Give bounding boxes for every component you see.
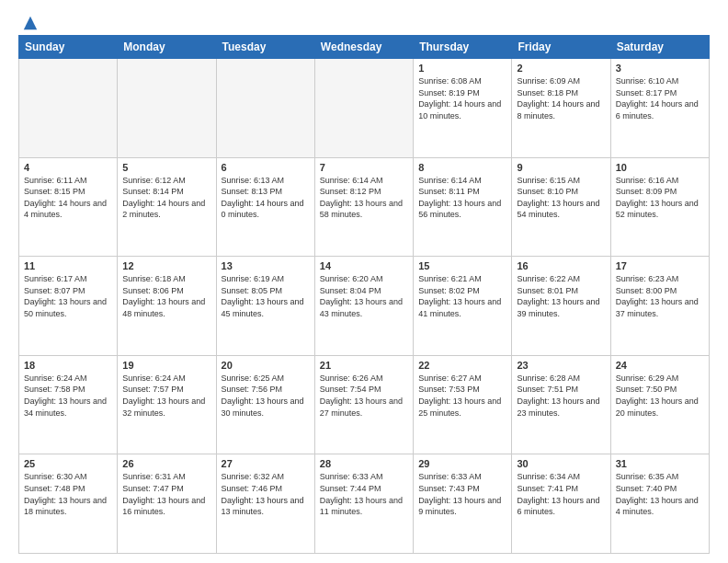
day-number: 27: [222, 458, 310, 469]
day-number: 28: [320, 458, 408, 469]
day-info: Sunrise: 6:27 AMSunset: 7:53 PMDaylight:…: [418, 373, 506, 419]
day-info: Sunrise: 6:31 AMSunset: 7:47 PMDaylight:…: [122, 471, 210, 517]
day-info: Sunrise: 6:11 AMSunset: 8:15 PMDaylight:…: [24, 175, 112, 221]
day-info: Sunrise: 6:24 AMSunset: 7:57 PMDaylight:…: [122, 373, 210, 419]
day-number: 18: [24, 360, 112, 371]
calendar-day-cell: 12Sunrise: 6:18 AMSunset: 8:06 PMDayligh…: [118, 257, 216, 356]
day-number: 21: [320, 360, 408, 371]
day-info: Sunrise: 6:23 AMSunset: 8:00 PMDaylight:…: [616, 273, 704, 319]
calendar-day-cell: 20Sunrise: 6:25 AMSunset: 7:56 PMDayligh…: [216, 355, 314, 454]
day-info: Sunrise: 6:18 AMSunset: 8:06 PMDaylight:…: [122, 273, 210, 319]
day-info: Sunrise: 6:21 AMSunset: 8:02 PMDaylight:…: [418, 273, 506, 319]
day-info: Sunrise: 6:19 AMSunset: 8:05 PMDaylight:…: [222, 273, 310, 319]
calendar-day-cell: 7Sunrise: 6:14 AMSunset: 8:12 PMDaylight…: [314, 157, 413, 257]
day-info: Sunrise: 6:15 AMSunset: 8:10 PMDaylight:…: [517, 175, 605, 221]
calendar-day-cell: 19Sunrise: 6:24 AMSunset: 7:57 PMDayligh…: [118, 355, 216, 454]
calendar-day-cell: [314, 59, 413, 158]
day-number: 24: [616, 360, 704, 371]
calendar-day-cell: 26Sunrise: 6:31 AMSunset: 7:47 PMDayligh…: [118, 454, 216, 554]
calendar-day-cell: 31Sunrise: 6:35 AMSunset: 7:40 PMDayligh…: [610, 454, 709, 554]
calendar-week-row: 4Sunrise: 6:11 AMSunset: 8:15 PMDaylight…: [19, 157, 710, 257]
day-number: 6: [222, 162, 310, 173]
calendar-day-cell: 4Sunrise: 6:11 AMSunset: 8:15 PMDaylight…: [19, 157, 118, 257]
day-number: 31: [616, 458, 704, 469]
day-number: 10: [616, 162, 704, 173]
calendar-day-cell: 5Sunrise: 6:12 AMSunset: 8:14 PMDaylight…: [118, 157, 216, 257]
calendar-body: 1Sunrise: 6:08 AMSunset: 8:19 PMDaylight…: [19, 59, 710, 554]
day-number: 19: [122, 360, 210, 371]
logo-icon: [22, 15, 39, 31]
calendar-day-cell: 29Sunrise: 6:33 AMSunset: 7:43 PMDayligh…: [414, 454, 512, 554]
day-info: Sunrise: 6:29 AMSunset: 7:50 PMDaylight:…: [616, 373, 704, 419]
day-number: 23: [517, 360, 605, 371]
calendar-week-row: 25Sunrise: 6:30 AMSunset: 7:48 PMDayligh…: [19, 454, 710, 554]
day-number: 4: [24, 162, 112, 173]
calendar-week-row: 1Sunrise: 6:08 AMSunset: 8:19 PMDaylight…: [19, 59, 710, 158]
day-info: Sunrise: 6:33 AMSunset: 7:44 PMDaylight:…: [320, 471, 408, 517]
day-info: Sunrise: 6:32 AMSunset: 7:46 PMDaylight:…: [222, 471, 310, 517]
svg-marker-0: [24, 17, 37, 29]
calendar-day-cell: 2Sunrise: 6:09 AMSunset: 8:18 PMDaylight…: [512, 59, 610, 158]
day-info: Sunrise: 6:16 AMSunset: 8:09 PMDaylight:…: [616, 175, 704, 221]
calendar-day-cell: 16Sunrise: 6:22 AMSunset: 8:01 PMDayligh…: [512, 257, 610, 356]
calendar-day-cell: 28Sunrise: 6:33 AMSunset: 7:44 PMDayligh…: [314, 454, 413, 554]
day-info: Sunrise: 6:09 AMSunset: 8:18 PMDaylight:…: [517, 75, 605, 121]
day-info: Sunrise: 6:35 AMSunset: 7:40 PMDaylight:…: [616, 471, 704, 517]
day-number: 8: [418, 162, 506, 173]
calendar-day-cell: [19, 59, 118, 158]
header: [18, 15, 710, 28]
calendar-day-cell: 13Sunrise: 6:19 AMSunset: 8:05 PMDayligh…: [216, 257, 314, 356]
calendar-day-header: Sunday: [19, 36, 118, 59]
day-number: 16: [517, 260, 605, 271]
day-info: Sunrise: 6:14 AMSunset: 8:12 PMDaylight:…: [320, 175, 408, 221]
day-number: 1: [418, 63, 506, 74]
calendar-day-cell: 6Sunrise: 6:13 AMSunset: 8:13 PMDaylight…: [216, 157, 314, 257]
day-info: Sunrise: 6:26 AMSunset: 7:54 PMDaylight:…: [320, 373, 408, 419]
calendar-day-cell: [216, 59, 314, 158]
calendar-day-cell: 24Sunrise: 6:29 AMSunset: 7:50 PMDayligh…: [610, 355, 709, 454]
calendar-day-cell: 9Sunrise: 6:15 AMSunset: 8:10 PMDaylight…: [512, 157, 610, 257]
day-number: 11: [24, 260, 112, 271]
calendar-header-row: SundayMondayTuesdayWednesdayThursdayFrid…: [19, 36, 710, 59]
calendar-week-row: 11Sunrise: 6:17 AMSunset: 8:07 PMDayligh…: [19, 257, 710, 356]
calendar-day-header: Wednesday: [314, 36, 413, 59]
day-number: 13: [222, 260, 310, 271]
day-info: Sunrise: 6:08 AMSunset: 8:19 PMDaylight:…: [418, 75, 506, 121]
day-info: Sunrise: 6:34 AMSunset: 7:41 PMDaylight:…: [517, 471, 605, 517]
day-info: Sunrise: 6:30 AMSunset: 7:48 PMDaylight:…: [24, 471, 112, 517]
calendar-day-cell: 1Sunrise: 6:08 AMSunset: 8:19 PMDaylight…: [414, 59, 512, 158]
day-info: Sunrise: 6:28 AMSunset: 7:51 PMDaylight:…: [517, 373, 605, 419]
day-info: Sunrise: 6:25 AMSunset: 7:56 PMDaylight:…: [222, 373, 310, 419]
logo: [18, 15, 39, 28]
day-number: 29: [418, 458, 506, 469]
day-number: 22: [418, 360, 506, 371]
calendar-day-cell: 11Sunrise: 6:17 AMSunset: 8:07 PMDayligh…: [19, 257, 118, 356]
day-info: Sunrise: 6:14 AMSunset: 8:11 PMDaylight:…: [418, 175, 506, 221]
day-info: Sunrise: 6:24 AMSunset: 7:58 PMDaylight:…: [24, 373, 112, 419]
day-info: Sunrise: 6:33 AMSunset: 7:43 PMDaylight:…: [418, 471, 506, 517]
calendar-day-cell: 8Sunrise: 6:14 AMSunset: 8:11 PMDaylight…: [414, 157, 512, 257]
day-info: Sunrise: 6:17 AMSunset: 8:07 PMDaylight:…: [24, 273, 112, 319]
day-info: Sunrise: 6:10 AMSunset: 8:17 PMDaylight:…: [616, 75, 704, 121]
calendar-day-cell: 17Sunrise: 6:23 AMSunset: 8:00 PMDayligh…: [610, 257, 709, 356]
day-info: Sunrise: 6:20 AMSunset: 8:04 PMDaylight:…: [320, 273, 408, 319]
day-number: 26: [122, 458, 210, 469]
calendar-day-cell: 10Sunrise: 6:16 AMSunset: 8:09 PMDayligh…: [610, 157, 709, 257]
calendar-week-row: 18Sunrise: 6:24 AMSunset: 7:58 PMDayligh…: [19, 355, 710, 454]
day-number: 25: [24, 458, 112, 469]
calendar-day-cell: 27Sunrise: 6:32 AMSunset: 7:46 PMDayligh…: [216, 454, 314, 554]
day-info: Sunrise: 6:22 AMSunset: 8:01 PMDaylight:…: [517, 273, 605, 319]
calendar-day-header: Friday: [512, 36, 610, 59]
day-info: Sunrise: 6:12 AMSunset: 8:14 PMDaylight:…: [122, 175, 210, 221]
day-number: 30: [517, 458, 605, 469]
calendar-day-cell: 15Sunrise: 6:21 AMSunset: 8:02 PMDayligh…: [414, 257, 512, 356]
day-number: 17: [616, 260, 704, 271]
day-number: 14: [320, 260, 408, 271]
calendar-day-cell: 22Sunrise: 6:27 AMSunset: 7:53 PMDayligh…: [414, 355, 512, 454]
day-number: 12: [122, 260, 210, 271]
day-number: 7: [320, 162, 408, 173]
calendar-table: SundayMondayTuesdayWednesdayThursdayFrid…: [18, 35, 710, 554]
day-number: 20: [222, 360, 310, 371]
day-info: Sunrise: 6:13 AMSunset: 8:13 PMDaylight:…: [222, 175, 310, 221]
page: SundayMondayTuesdayWednesdayThursdayFrid…: [0, 0, 728, 563]
